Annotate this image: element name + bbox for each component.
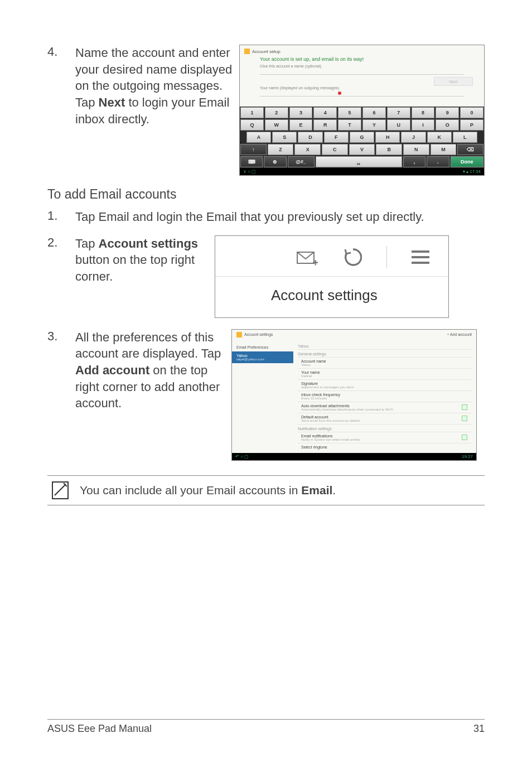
category-yahoo: Yahoo bbox=[298, 342, 472, 349]
settings-item[interactable]: Your nameGabriel bbox=[298, 368, 472, 379]
keyboard-key[interactable]: U bbox=[387, 119, 410, 131]
checkbox[interactable] bbox=[462, 416, 467, 421]
step2-text-b: button on the top right corner. bbox=[75, 253, 195, 283]
step-number: 4. bbox=[47, 45, 75, 59]
keyboard-key[interactable]: 2 bbox=[265, 107, 288, 118]
keyboard-key[interactable]: B bbox=[376, 144, 402, 155]
settings-item[interactable]: Account nameYahoo bbox=[298, 357, 472, 368]
keyboard-key[interactable]: N bbox=[403, 144, 429, 155]
keyboard-key[interactable]: R bbox=[313, 119, 337, 131]
settings-item[interactable]: Default accountSend email from this acco… bbox=[298, 413, 472, 424]
footer-title: ASUS Eee Pad Manual bbox=[47, 723, 152, 735]
keyboard-key[interactable]: M bbox=[431, 144, 457, 155]
step2-text: Tap Account settings button on the top r… bbox=[75, 235, 215, 285]
keyboard-key[interactable]: F bbox=[324, 132, 349, 143]
settings-item[interactable]: Auto-download attachmentsAutomatically d… bbox=[298, 402, 472, 413]
svg-text:+: + bbox=[313, 258, 318, 267]
keyboard-key[interactable]: 8 bbox=[412, 107, 435, 118]
screenshot-account-setup: Account setup Your account is set up, an… bbox=[239, 45, 485, 176]
account-settings-menu-item[interactable]: Account settings bbox=[215, 277, 448, 317]
step2-text-a: Tap bbox=[75, 237, 99, 250]
settings-item[interactable]: Inbox check frequencyEvery 15 minutes bbox=[298, 390, 472, 402]
keyboard-key[interactable]: ␣ bbox=[316, 156, 402, 167]
step-number: 1. bbox=[47, 209, 75, 223]
compose-icon[interactable]: + bbox=[295, 248, 320, 267]
keyboard-key[interactable]: Q bbox=[240, 119, 264, 131]
sidebar-account-yahoo[interactable]: Yahoo taipei@yahoo.com bbox=[232, 351, 293, 363]
keyboard-key[interactable]: A bbox=[246, 132, 271, 143]
keyboard-key[interactable]: ⊕ bbox=[264, 156, 286, 167]
step-number: 2. bbox=[47, 235, 75, 250]
wifi-icon: ▾ ▴ bbox=[463, 169, 470, 174]
keyboard-key[interactable]: 4 bbox=[313, 107, 337, 118]
status-bar: ↶ ⌂ ▢ 19:27 bbox=[232, 453, 476, 460]
keyboard-key[interactable]: S bbox=[272, 132, 297, 143]
keyboard-key[interactable]: X bbox=[294, 144, 321, 155]
keyboard-key[interactable]: 3 bbox=[289, 107, 313, 118]
sidebar-email-prefs[interactable]: Email Preferences bbox=[232, 343, 293, 351]
mail-icon bbox=[244, 49, 250, 54]
mail-icon bbox=[236, 332, 242, 337]
settings-item[interactable]: Email notificationsNotify in System bar … bbox=[298, 432, 472, 443]
nav-icons: ∨ ⌂ ▢ bbox=[243, 169, 256, 174]
keyboard-key[interactable]: E bbox=[289, 119, 313, 131]
keyboard-key[interactable]: V bbox=[349, 144, 375, 155]
step4-bold: Next bbox=[99, 95, 125, 109]
keyboard-key[interactable]: Z bbox=[268, 144, 294, 155]
keyboard-key[interactable]: 7 bbox=[387, 107, 410, 118]
step2-bold: Account settings bbox=[99, 237, 198, 250]
keyboard: 1234567890 QWERTYUIOP ASDFGHJKL ↑ZXCVBNM… bbox=[240, 107, 484, 168]
keyboard-key[interactable]: P bbox=[460, 119, 483, 131]
your-name-label: Your name (displayed on outgoing message… bbox=[260, 86, 480, 90]
next-button[interactable]: Next bbox=[434, 77, 473, 86]
keyboard-key[interactable]: ⌨ bbox=[240, 156, 263, 167]
keyboard-key[interactable]: 1 bbox=[240, 107, 264, 118]
keyboard-key[interactable]: W bbox=[265, 119, 288, 131]
screenshot1-title: Account setup bbox=[252, 49, 280, 54]
page-footer: ASUS Eee Pad Manual 31 bbox=[47, 719, 485, 735]
status-bar: ∨ ⌂ ▢ ▾ ▴ 17:34 bbox=[240, 168, 484, 175]
step-number: 3. bbox=[47, 329, 75, 344]
keyboard-key[interactable]: . bbox=[427, 156, 449, 167]
keyboard-key[interactable]: T bbox=[338, 119, 361, 131]
keyboard-key[interactable]: J bbox=[401, 132, 425, 143]
step3-text: All the preferences of this account are … bbox=[75, 329, 231, 412]
account-name-input[interactable] bbox=[260, 69, 464, 75]
settings-item[interactable]: SignatureAppend text to messages you sen… bbox=[298, 379, 472, 390]
keyboard-key[interactable]: 0 bbox=[460, 107, 483, 118]
menu-icon[interactable] bbox=[409, 247, 432, 267]
keyboard-key[interactable]: G bbox=[350, 132, 374, 143]
keyboard-key[interactable]: K bbox=[427, 132, 452, 143]
keyboard-key[interactable]: D bbox=[298, 132, 322, 143]
keyboard-key[interactable]: 6 bbox=[362, 107, 386, 118]
keyboard-key[interactable]: Done bbox=[451, 156, 483, 167]
add-account-button[interactable]: + Add account bbox=[447, 332, 472, 336]
keyboard-key[interactable]: , bbox=[403, 156, 425, 167]
setup-success-text: Your account is set up, and email is on … bbox=[260, 56, 480, 62]
keyboard-key[interactable]: L bbox=[453, 132, 477, 143]
your-name-input[interactable] bbox=[260, 91, 464, 97]
keyboard-key[interactable]: @#_ bbox=[288, 156, 315, 167]
keyboard-key[interactable]: ⌫ bbox=[457, 144, 483, 155]
keyboard-key[interactable]: H bbox=[375, 132, 400, 143]
step3-bold: Add account bbox=[75, 363, 149, 377]
keyboard-key[interactable]: 9 bbox=[436, 107, 459, 118]
keyboard-key[interactable]: 5 bbox=[338, 107, 361, 118]
note-text-b: . bbox=[332, 484, 336, 496]
section-heading: To add Email accounts bbox=[47, 187, 485, 202]
checkbox[interactable] bbox=[462, 404, 467, 410]
note-box: You can include all your Email accounts … bbox=[47, 475, 485, 505]
note-text-a: You can include all your Email accounts … bbox=[80, 484, 301, 496]
checkbox[interactable] bbox=[462, 435, 467, 440]
divider bbox=[386, 246, 387, 268]
keyboard-key[interactable]: I bbox=[412, 119, 435, 131]
refresh-icon[interactable] bbox=[342, 246, 364, 268]
settings-item[interactable]: Select ringtone bbox=[298, 443, 472, 451]
keyboard-key[interactable]: C bbox=[322, 144, 348, 155]
step3-text-a: All the preferences of this account are … bbox=[75, 330, 221, 361]
step4-text: Name the account and enter your desired … bbox=[75, 45, 239, 127]
nav-icons: ↶ ⌂ ▢ bbox=[235, 454, 249, 459]
keyboard-key[interactable]: O bbox=[436, 119, 459, 131]
keyboard-key[interactable]: Y bbox=[362, 119, 386, 131]
keyboard-key[interactable]: ↑ bbox=[240, 144, 267, 155]
